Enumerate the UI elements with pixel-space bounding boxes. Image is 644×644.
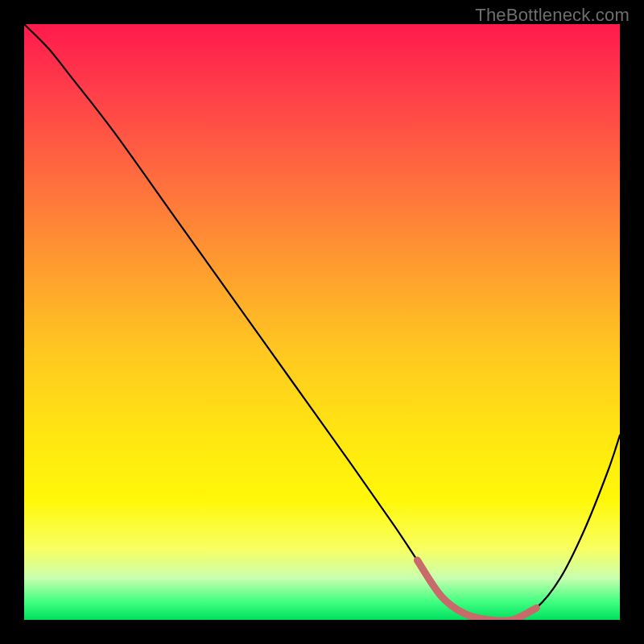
plot-area — [24, 24, 620, 620]
bottleneck-curve-path — [24, 24, 620, 620]
curve-svg — [24, 24, 620, 620]
bottleneck-curve-highlight — [417, 560, 536, 620]
watermark-text: TheBottleneck.com — [475, 5, 630, 26]
chart-frame: TheBottleneck.com — [0, 0, 644, 644]
